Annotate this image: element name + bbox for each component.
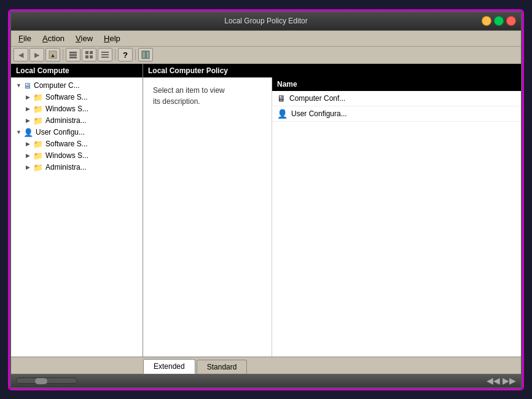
title-bar: Local Group Policy Editor: [11, 12, 521, 31]
svg-rect-2: [69, 52, 77, 53]
maximize-button[interactable]: [494, 16, 504, 26]
help-toolbar-btn[interactable]: ?: [118, 48, 133, 61]
view-btn-2[interactable]: [82, 48, 96, 61]
tree-content: ▼ 🖥 Computer C... ▶ 📁 Software S... ▶: [11, 77, 143, 357]
expand-icon-software-user: ▶: [26, 141, 32, 147]
folder-icon-admin: 📁: [33, 116, 43, 125]
svg-rect-11: [101, 57, 109, 58]
svg-rect-6: [90, 51, 93, 54]
svg-text:▲: ▲: [50, 52, 56, 58]
close-button[interactable]: [506, 16, 516, 26]
tree-pane-header: Local Compute: [11, 64, 143, 77]
tree-item-admin-templates[interactable]: ▶ 📁 Administra...: [11, 115, 143, 127]
tree-item-software-settings-user[interactable]: ▶ 📁 Software S...: [11, 138, 143, 150]
up-button[interactable]: ▲: [45, 48, 60, 61]
window-frame: Local Group Policy Editor File Action Vi…: [10, 11, 522, 389]
status-right: ◀◀ ▶▶: [487, 376, 516, 385]
svg-rect-8: [90, 55, 93, 58]
toolbar-separator-1: [63, 49, 63, 60]
list-header-name: Name: [277, 80, 516, 89]
menu-file[interactable]: File: [14, 33, 36, 44]
computer-icon: 🖥: [23, 81, 31, 90]
list-header: Name: [272, 77, 521, 91]
folder-icon-software: 📁: [33, 93, 43, 102]
svg-rect-10: [101, 54, 109, 55]
scroll-thumb[interactable]: [35, 378, 47, 384]
list-item-user-configura[interactable]: 👤 User Configura...: [272, 106, 521, 122]
list-item-user-icon: 👤: [277, 109, 288, 119]
expand-icon-windows: ▶: [26, 106, 32, 112]
minimize-button[interactable]: [482, 16, 491, 26]
forward-button[interactable]: ▶: [29, 48, 44, 61]
scrollbar-area: [16, 377, 77, 384]
list-item-computer-icon: 🖥: [277, 93, 286, 103]
right-list-area: Name 🖥 Computer Conf... 👤 User Configura…: [272, 77, 521, 357]
svg-rect-7: [85, 55, 88, 58]
folder-icon-windows: 📁: [33, 105, 43, 114]
user-icon: 👤: [23, 128, 33, 137]
expand-icon-user: ▼: [16, 129, 22, 135]
expand-icon-windows-user: ▶: [26, 152, 32, 159]
list-item-computer-conf[interactable]: 🖥 Computer Conf...: [272, 91, 521, 106]
toolbar-separator-3: [135, 49, 136, 60]
right-description: Select an item to viewits description.: [143, 77, 272, 357]
nav-forward-arrow[interactable]: ▶▶: [503, 376, 516, 385]
menu-help[interactable]: Help: [99, 33, 125, 44]
folder-icon-windows-user: 📁: [33, 151, 43, 160]
right-pane-header: Local Computer Policy: [143, 64, 521, 77]
title-controls: [482, 16, 516, 26]
tree-item-windows-settings-user[interactable]: ▶ 📁 Windows S...: [11, 150, 143, 162]
menu-bar: File Action View Help: [11, 31, 521, 47]
expand-icon-software: ▶: [26, 94, 32, 100]
folder-icon-admin-user: 📁: [33, 163, 43, 172]
tree-item-software-settings[interactable]: ▶ 📁 Software S...: [11, 92, 143, 103]
status-bar: ◀◀ ▶▶: [11, 374, 521, 387]
tree-item-admin-templates-user[interactable]: ▶ 📁 Administra...: [11, 162, 143, 173]
scroll-track[interactable]: [16, 377, 77, 384]
svg-rect-13: [146, 51, 149, 58]
right-pane: Local Computer Policy Select an item to …: [143, 64, 521, 357]
title-text: Local Group Policy Editor: [224, 17, 307, 25]
view-btn-1[interactable]: [66, 48, 80, 61]
filter-btn[interactable]: [138, 48, 153, 61]
svg-rect-4: [69, 57, 77, 58]
svg-rect-5: [85, 51, 88, 54]
folder-icon-software-user: 📁: [33, 140, 43, 149]
nav-back-arrow[interactable]: ◀◀: [487, 376, 500, 385]
menu-view[interactable]: View: [71, 33, 98, 44]
tree-pane: Local Compute ▼ 🖥 Computer C... ▶ 📁: [11, 64, 143, 357]
tree-item-computer-config[interactable]: ▼ 🖥 Computer C...: [11, 80, 143, 92]
toolbar: ◀ ▶ ▲ ?: [11, 47, 521, 64]
expand-icon-admin-user: ▶: [26, 164, 32, 170]
main-content: Local Compute ▼ 🖥 Computer C... ▶ 📁: [11, 64, 521, 357]
toolbar-separator-2: [115, 49, 115, 60]
tree-item-user-config[interactable]: ▼ 👤 User Configu...: [11, 127, 143, 138]
tab-bar: Extended Standard: [11, 357, 521, 374]
expand-icon-computer: ▼: [16, 82, 22, 89]
back-button[interactable]: ◀: [14, 48, 28, 61]
tab-extended[interactable]: Extended: [143, 359, 195, 374]
expand-icon-admin: ▶: [26, 117, 32, 124]
tab-standard[interactable]: Standard: [197, 360, 248, 374]
outer-border: Local Group Policy Editor File Action Vi…: [8, 9, 524, 390]
view-btn-3[interactable]: [98, 48, 112, 61]
svg-rect-3: [69, 54, 77, 56]
tree-item-windows-settings[interactable]: ▶ 📁 Windows S...: [11, 103, 143, 115]
svg-rect-12: [142, 51, 146, 58]
menu-action[interactable]: Action: [37, 33, 69, 44]
svg-rect-9: [101, 52, 109, 53]
